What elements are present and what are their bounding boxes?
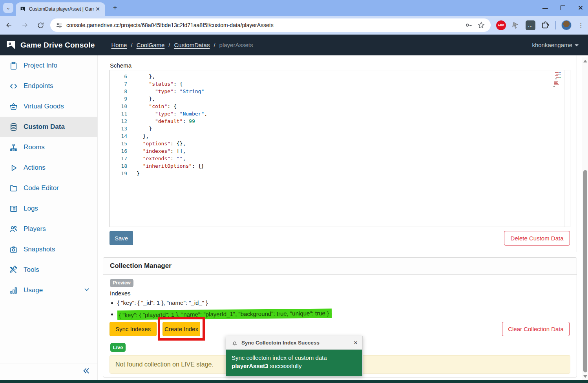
cursor-extension-icon[interactable] xyxy=(511,21,520,29)
toolbar-separator xyxy=(555,21,556,29)
sidebar-item-label: Code Editor xyxy=(24,184,59,192)
abp-extension-icon[interactable]: ABP xyxy=(496,20,506,30)
tools-icon xyxy=(9,265,18,275)
window-minimize-button[interactable]: — xyxy=(542,5,549,11)
reload-button[interactable] xyxy=(34,18,47,32)
editor-minimap xyxy=(551,71,563,93)
breadcrumb-separator: / xyxy=(214,42,215,48)
sidebar-item-usage[interactable]: Usage xyxy=(0,280,97,301)
sidebar-item-tools[interactable]: Tools xyxy=(0,260,97,280)
bookmark-star-icon[interactable] xyxy=(477,21,485,29)
app-header: x Game Drive Console Home/CoolGame/Custo… xyxy=(0,35,588,55)
clear-collection-data-button[interactable]: Clear Collection Data xyxy=(502,322,570,336)
sidebar-item-label: Snapshots xyxy=(24,246,55,253)
create-index-button[interactable]: Create Index xyxy=(163,322,200,336)
code-line-9: 9 }, xyxy=(110,95,570,103)
scrollbar-down-arrow[interactable] xyxy=(583,375,587,378)
sidebar-item-custom-data[interactable]: Custom Data xyxy=(0,117,97,137)
breadcrumb-coolgame[interactable]: CoolGame xyxy=(137,42,165,48)
preview-badge: Preview xyxy=(110,279,133,287)
indent-guide xyxy=(143,73,143,177)
database-icon xyxy=(9,122,18,132)
schema-card: Schema 6 },7 "status": {8 "type": "Strin… xyxy=(103,55,577,252)
sidebar-item-label: Actions xyxy=(24,164,46,172)
sidebar-item-players[interactable]: Players xyxy=(0,219,97,239)
url-text[interactable]: console.gamedrive.cc/projects/68a045fbde… xyxy=(66,22,460,28)
window-maximize-button[interactable] xyxy=(561,5,565,10)
save-button[interactable]: Save xyxy=(110,231,133,245)
line-number: 18 xyxy=(110,162,127,170)
page-content: Project InfoEndpointsVirtual GoodsCustom… xyxy=(0,55,588,380)
line-number: 12 xyxy=(110,117,127,125)
line-number: 14 xyxy=(110,132,127,140)
back-button[interactable] xyxy=(2,18,16,32)
user-menu[interactable]: khonkaengame xyxy=(532,42,579,48)
sidebar-item-label: Rooms xyxy=(24,143,45,151)
forward-button[interactable] xyxy=(18,18,31,32)
sidebar-item-project-info[interactable]: Project Info xyxy=(0,55,97,76)
code-line-10: 10 "coin": { xyxy=(110,103,570,110)
toast-close-icon[interactable]: × xyxy=(354,339,358,347)
app-title: Game Drive Console xyxy=(20,41,95,49)
site-info-icon[interactable] xyxy=(56,22,62,29)
password-key-icon[interactable] xyxy=(465,21,473,29)
browser-menu-icon[interactable]: ⋮ xyxy=(578,22,584,29)
line-number: 17 xyxy=(110,155,127,162)
index-item: { "key": { "_id": 1 }, "name": "_id_" } xyxy=(117,299,332,307)
line-number: 6 xyxy=(110,73,127,80)
scrollbar-up-arrow[interactable] xyxy=(583,60,587,62)
green-highlight: { "key": { "playerId": 1 }, "name": "pla… xyxy=(117,308,332,320)
line-number: 9 xyxy=(110,95,127,103)
sidebar-item-snapshots[interactable]: Snapshots xyxy=(0,239,97,260)
sidebar-item-code-editor[interactable]: Code Editor xyxy=(0,178,97,198)
sidebar-item-label: Endpoints xyxy=(24,82,53,90)
basket-icon xyxy=(9,102,18,111)
page-scrollbar[interactable] xyxy=(582,57,588,380)
extensions-puzzle-icon[interactable] xyxy=(541,21,550,30)
toast-notification: Sync Collectoin Index Success × Sync col… xyxy=(226,336,363,376)
code-line-8: 8 "type": "String" xyxy=(110,88,570,95)
app-logo: x xyxy=(5,40,16,51)
delete-custom-data-button[interactable]: Delete Custom Data xyxy=(504,231,570,246)
line-number: 7 xyxy=(110,80,127,88)
dots-extension-icon[interactable]: ... xyxy=(526,20,535,30)
users-icon xyxy=(9,224,18,234)
line-number: 10 xyxy=(110,103,127,110)
sidebar-item-label: Project Info xyxy=(24,62,57,70)
tab-title: CustomData playerAsset | Gam xyxy=(29,6,95,12)
sidebar-item-endpoints[interactable]: Endpoints xyxy=(0,76,97,96)
toast-body: Sync collectoin index of custom data pla… xyxy=(226,350,362,376)
clipboard-icon xyxy=(9,61,18,70)
tab-search-button[interactable]: ⌄ xyxy=(3,3,13,13)
browser-tab[interactable]: CustomData playerAsset | Gam ✕ xyxy=(16,2,105,16)
sidebar-collapse-button[interactable] xyxy=(82,366,91,377)
code-line-13: 13 } xyxy=(110,125,570,132)
breadcrumb-customdatas[interactable]: CustomDatas xyxy=(174,42,210,48)
address-bar[interactable]: console.gamedrive.cc/projects/68a045fbde… xyxy=(50,18,491,32)
breadcrumb-home[interactable]: Home xyxy=(111,42,127,48)
folder-icon xyxy=(9,183,18,193)
code-line-7: 7 "status": { xyxy=(110,80,570,88)
sidebar-item-actions[interactable]: Actions xyxy=(0,158,97,178)
indent-guide xyxy=(149,73,149,177)
svg-text:x: x xyxy=(9,42,10,45)
window-close-button[interactable]: ✕ xyxy=(577,4,584,12)
sidebar-item-rooms[interactable]: Rooms xyxy=(0,137,97,158)
profile-avatar[interactable] xyxy=(561,20,572,30)
code-line-17: 17 "extends": "", xyxy=(110,155,570,162)
sidebar-item-logs[interactable]: Logs xyxy=(0,198,97,219)
schema-code-editor[interactable]: 6 },7 "status": {8 "type": "String"9 },1… xyxy=(110,70,570,227)
line-number: 11 xyxy=(110,110,127,117)
scrollbar-thumb[interactable] xyxy=(583,170,587,372)
tab-close-icon[interactable]: ✕ xyxy=(94,5,101,13)
browser-toolbar: console.gamedrive.cc/projects/68a045fbde… xyxy=(0,16,588,35)
sidebar-item-label: Tools xyxy=(24,266,39,274)
sidebar-item-virtual-goods[interactable]: Virtual Goods xyxy=(0,96,97,117)
sync-indexes-button[interactable]: Sync Indexes xyxy=(110,322,157,336)
code-line-14: 14 }, xyxy=(110,132,570,140)
sidebar-footer xyxy=(0,363,97,380)
new-tab-button[interactable]: + xyxy=(111,4,119,12)
list-icon xyxy=(9,204,18,213)
toast-message-prefix: Sync collectoin index of custom data xyxy=(232,354,327,361)
toast-message-suffix: successfully xyxy=(268,363,301,369)
